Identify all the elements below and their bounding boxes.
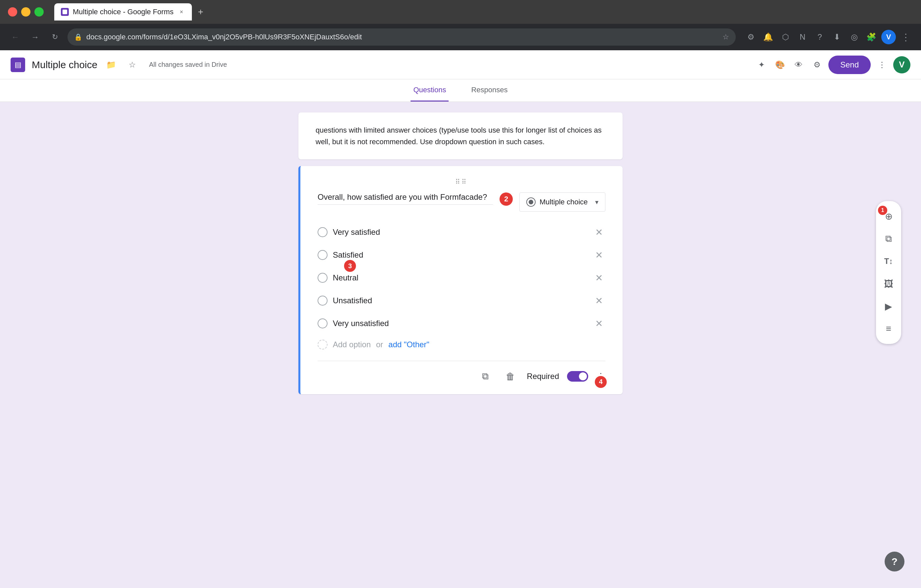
- save-status: All changes saved in Drive: [149, 61, 748, 68]
- add-section-button[interactable]: ≡: [879, 319, 898, 339]
- refresh-button[interactable]: ↻: [48, 30, 62, 44]
- dropdown-arrow-icon: ▾: [595, 198, 599, 206]
- apps-icon[interactable]: ⬡: [778, 30, 792, 44]
- option-delete-2[interactable]: ✕: [592, 249, 605, 262]
- main-content: questions with limited answer choices (t…: [0, 102, 921, 588]
- star-icon[interactable]: ☆: [125, 58, 140, 72]
- preview-icon[interactable]: 👁: [791, 58, 806, 72]
- form-title: Multiple choice: [32, 59, 97, 70]
- badge-2: 2: [500, 192, 513, 206]
- description-link[interactable]: type/use tools: [441, 126, 486, 134]
- question-input[interactable]: [317, 192, 493, 205]
- new-tab-button[interactable]: +: [193, 5, 208, 19]
- option-delete-1[interactable]: ✕: [592, 226, 605, 239]
- question-type-dropdown[interactable]: Multiple choice ▾: [519, 192, 605, 212]
- puzzle-icon[interactable]: 🧩: [864, 30, 879, 44]
- option-text-5: Very unsatisfied: [333, 319, 587, 328]
- browser-icons: ⚙ 🔔 ⬡ N ? ⬇ ◎ 🧩 V ⋮: [744, 30, 913, 44]
- question-card: ⠿⠿ 2 Multiple choice ▾: [298, 166, 623, 394]
- more-options-wrapper: ⋮ 4: [596, 371, 605, 382]
- card-footer: ⧉ 🗑 Required ⋮ 4: [317, 361, 605, 385]
- description-text: questions with limited answer choices (t…: [316, 126, 602, 146]
- tab-responses[interactable]: Responses: [469, 80, 510, 102]
- add-option-radio: [317, 339, 327, 349]
- drag-handle[interactable]: ⠿⠿: [317, 178, 605, 186]
- option-row: Neutral 3 ✕: [317, 266, 605, 289]
- folder-icon[interactable]: 📁: [104, 58, 119, 72]
- more-options-button[interactable]: ⋮: [875, 58, 889, 72]
- add-image-button[interactable]: 🖼: [879, 274, 898, 294]
- required-label: Required: [527, 372, 559, 381]
- option-text-1: Very satisfied: [333, 227, 587, 237]
- profile-avatar[interactable]: V: [881, 30, 896, 44]
- option-radio-1[interactable]: [317, 227, 327, 237]
- back-button[interactable]: ←: [8, 30, 23, 44]
- add-option-or: or: [376, 340, 383, 349]
- notifications-icon[interactable]: 🔔: [761, 30, 775, 44]
- badge-1: 1: [878, 206, 887, 215]
- close-button[interactable]: [8, 7, 17, 16]
- add-title-button[interactable]: T↕: [879, 251, 898, 271]
- shield-icon[interactable]: ◎: [847, 30, 861, 44]
- url-text: docs.google.com/forms/d/1eO3LXima_v0nj2O…: [86, 33, 719, 41]
- bookmark-icon[interactable]: ☆: [722, 33, 729, 41]
- option-radio-3[interactable]: [317, 273, 327, 283]
- add-other-link[interactable]: add "Other": [388, 340, 430, 349]
- app-header: ▤ Multiple choice 📁 ☆ All changes saved …: [0, 50, 921, 80]
- browser-menu-button[interactable]: ⋮: [898, 32, 913, 43]
- content-area: questions with limited answer choices (t…: [298, 112, 623, 577]
- copy-question-button[interactable]: ⧉: [477, 368, 494, 385]
- add-option-row: Add option or add "Other": [317, 335, 605, 354]
- minimize-button[interactable]: [21, 7, 31, 16]
- tab-questions[interactable]: Questions: [410, 80, 449, 102]
- form-icon: ▤: [11, 58, 25, 72]
- lock-icon: 🔒: [74, 33, 82, 41]
- option-radio-5[interactable]: [317, 318, 327, 328]
- tabs-bar: Questions Responses: [0, 80, 921, 102]
- help-icon[interactable]: ?: [812, 30, 827, 44]
- option-delete-3[interactable]: ✕: [592, 271, 605, 284]
- option-radio-2[interactable]: [317, 250, 327, 260]
- customize-icon[interactable]: ✦: [754, 58, 769, 72]
- option-row: Very satisfied ✕: [317, 221, 605, 244]
- question-header: 2 Multiple choice ▾: [317, 192, 605, 212]
- option-delete-5[interactable]: ✕: [592, 317, 605, 330]
- option-row: Unsatisfied ✕: [317, 289, 605, 312]
- new-badge-icon: N: [795, 30, 810, 44]
- tab-title: Multiple choice - Google Forms: [73, 8, 173, 16]
- description-card: questions with limited answer choices (t…: [298, 112, 623, 159]
- option-row: Very unsatisfied ✕: [317, 312, 605, 335]
- delete-question-button[interactable]: 🗑: [502, 368, 519, 385]
- download-icon[interactable]: ⬇: [830, 30, 844, 44]
- badge-3: 3: [344, 260, 356, 272]
- option-text-2: Satisfied: [333, 250, 587, 260]
- option-delete-4[interactable]: ✕: [592, 294, 605, 307]
- badge-4: 4: [595, 376, 607, 388]
- user-avatar[interactable]: V: [893, 56, 910, 73]
- copy-form-button[interactable]: ⧉: [879, 229, 898, 249]
- option-row: Satisfied ✕: [317, 244, 605, 266]
- url-bar[interactable]: 🔒 docs.google.com/forms/d/1eO3LXima_v0nj…: [67, 28, 736, 45]
- active-tab[interactable]: Multiple choice - Google Forms ×: [54, 3, 192, 21]
- title-bar: Multiple choice - Google Forms × +: [0, 0, 921, 24]
- add-button-wrapper: ⊕ 1: [879, 206, 898, 226]
- option-text-3: Neutral: [333, 273, 587, 283]
- settings-icon[interactable]: ⚙: [810, 58, 824, 72]
- app-content: ▤ Multiple choice 📁 ☆ All changes saved …: [0, 50, 921, 588]
- help-button[interactable]: ?: [885, 552, 905, 572]
- required-toggle[interactable]: [567, 371, 588, 382]
- add-option-text[interactable]: Add option: [333, 340, 371, 349]
- header-right: ✦ 🎨 👁 ⚙ Send ⋮ V: [754, 55, 910, 74]
- palette-icon[interactable]: 🎨: [773, 58, 788, 72]
- tab-close-button[interactable]: ×: [177, 8, 185, 16]
- form-icon-glyph: ▤: [15, 60, 21, 69]
- extensions-icon[interactable]: ⚙: [744, 30, 758, 44]
- send-button[interactable]: Send: [828, 55, 871, 74]
- option-radio-4[interactable]: [317, 296, 327, 305]
- add-video-button[interactable]: ▶: [879, 296, 898, 316]
- tab-bar: Multiple choice - Google Forms × +: [54, 3, 913, 21]
- options-list: Very satisfied ✕ Satisfied ✕ Neutral 3: [317, 221, 605, 335]
- forward-button[interactable]: →: [28, 30, 42, 44]
- radio-icon: [526, 197, 535, 207]
- maximize-button[interactable]: [34, 7, 44, 16]
